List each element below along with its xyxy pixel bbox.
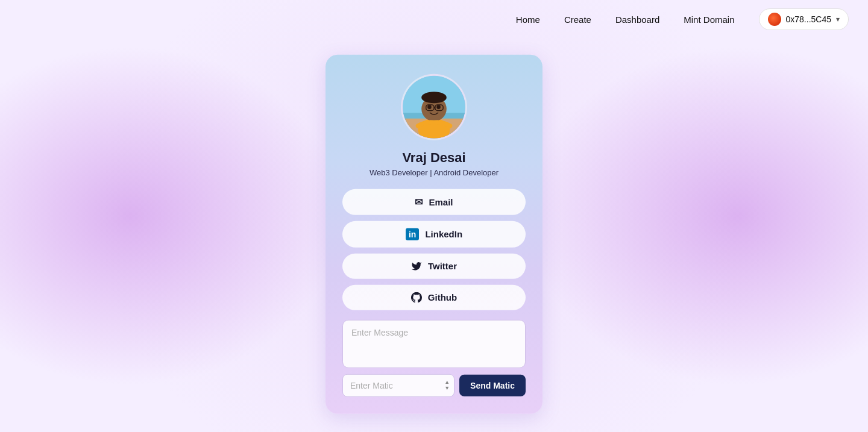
avatar xyxy=(401,74,467,140)
linkedin-label: LinkedIn xyxy=(425,229,462,239)
wallet-badge[interactable]: 0x78...5C45 ▾ xyxy=(759,8,849,30)
nav-links: Home Create Dashboard Mint Domain 0x78..… xyxy=(516,8,849,30)
github-label: Github xyxy=(428,292,457,302)
nav-create[interactable]: Create xyxy=(564,14,591,25)
spinner-up-icon[interactable]: ▲ xyxy=(444,380,450,385)
svg-point-8 xyxy=(436,105,441,109)
profile-name: Vraj Desai xyxy=(402,149,465,165)
svg-point-6 xyxy=(421,92,447,103)
svg-point-7 xyxy=(427,105,432,109)
message-input[interactable] xyxy=(342,319,526,368)
send-matic-row: ▲ ▼ Send Matic xyxy=(342,374,526,396)
linkedin-icon: in xyxy=(406,228,419,240)
wallet-icon xyxy=(768,13,781,26)
twitter-label: Twitter xyxy=(428,261,457,271)
twitter-button[interactable]: Twitter xyxy=(342,253,526,278)
email-button[interactable]: ✉ Email xyxy=(342,189,526,214)
nav-home[interactable]: Home xyxy=(516,14,540,25)
navbar: Home Create Dashboard Mint Domain 0x78..… xyxy=(0,0,868,39)
twitter-icon xyxy=(411,260,422,271)
profile-card: Vraj Desai Web3 Developer | Android Deve… xyxy=(326,54,542,413)
email-label: Email xyxy=(429,196,453,207)
spinner-down-icon[interactable]: ▼ xyxy=(444,386,450,391)
matic-input-wrapper: ▲ ▼ xyxy=(342,374,454,396)
nav-dashboard[interactable]: Dashboard xyxy=(615,14,659,25)
wallet-address: 0x78...5C45 xyxy=(786,14,832,24)
linkedin-button[interactable]: in LinkedIn xyxy=(342,221,526,247)
nav-mint-domain[interactable]: Mint Domain xyxy=(684,14,734,25)
profile-title: Web3 Developer | Android Developer xyxy=(370,167,498,177)
github-icon xyxy=(411,292,422,302)
send-matic-button[interactable]: Send Matic xyxy=(459,374,526,396)
matic-input[interactable] xyxy=(342,374,454,396)
avatar-image xyxy=(403,74,465,140)
email-icon: ✉ xyxy=(415,196,423,207)
github-button[interactable]: Github xyxy=(342,284,526,310)
chevron-down-icon: ▾ xyxy=(836,15,840,23)
social-buttons: ✉ Email in LinkedIn Twitter xyxy=(342,189,526,310)
spinner-arrows[interactable]: ▲ ▼ xyxy=(444,380,450,391)
card-container: Vraj Desai Web3 Developer | Android Deve… xyxy=(326,54,542,413)
